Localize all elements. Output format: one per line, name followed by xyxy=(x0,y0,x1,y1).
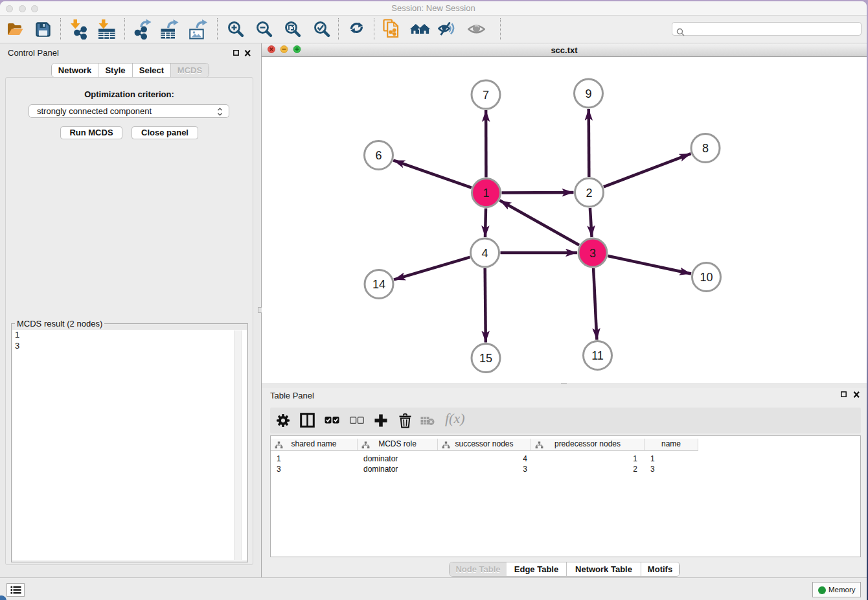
svg-text:2: 2 xyxy=(586,187,592,200)
svg-text:9: 9 xyxy=(585,87,591,100)
svg-text:10: 10 xyxy=(700,271,713,284)
svg-text:1: 1 xyxy=(483,187,489,200)
svg-text:8: 8 xyxy=(702,142,709,155)
svg-text:7: 7 xyxy=(483,89,489,102)
svg-text:3: 3 xyxy=(589,247,596,260)
svg-text:11: 11 xyxy=(591,349,604,362)
svg-text:15: 15 xyxy=(479,352,492,365)
svg-text:14: 14 xyxy=(372,278,385,291)
svg-text:6: 6 xyxy=(375,149,382,162)
svg-text:4: 4 xyxy=(481,247,488,260)
